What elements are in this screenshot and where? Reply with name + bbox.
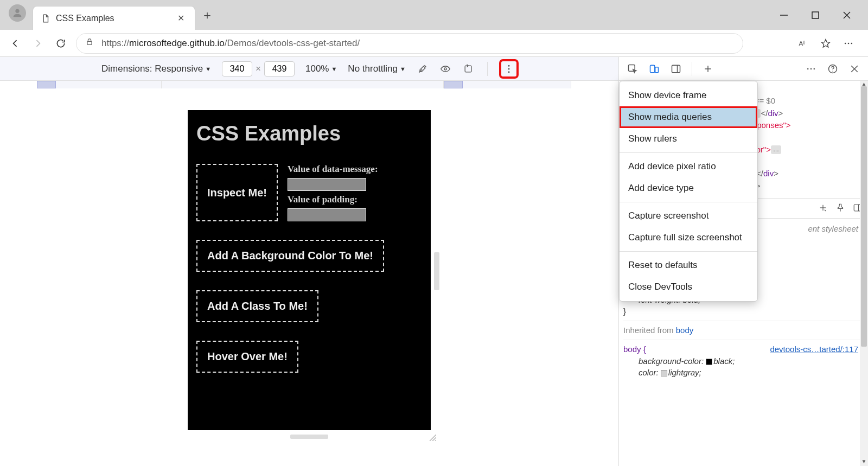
document-icon — [41, 14, 50, 23]
window-close-button[interactable] — [842, 10, 852, 20]
browser-titlebar: CSS Examples ✕ ＋ — [0, 0, 868, 30]
color-swatch-icon[interactable] — [706, 359, 712, 365]
viewport-resize-handle-corner[interactable] — [427, 432, 436, 441]
svg-point-15 — [508, 71, 509, 73]
svg-rect-19 — [629, 65, 635, 71]
styles-separator — [623, 340, 863, 340]
device-more-options-button[interactable] — [501, 61, 517, 77]
devtools-scrollbar[interactable]: ▲ ▼ — [860, 81, 868, 466]
svg-rect-5 — [87, 41, 92, 44]
breakpoints-ruler[interactable] — [37, 81, 618, 88]
viewport-resize-handle-right[interactable] — [434, 252, 439, 290]
page-title: CSS Examples — [196, 122, 422, 145]
address-bar: https://microsoftedge.github.io/Demos/de… — [0, 30, 868, 57]
new-tab-icon[interactable] — [700, 61, 716, 77]
toolbar-divider — [487, 62, 488, 76]
svg-point-30 — [832, 71, 833, 71]
add-bg-color-box[interactable]: Add A Background Color To Me! — [196, 240, 384, 272]
window-minimize-button[interactable] — [779, 10, 789, 20]
svg-point-11 — [444, 67, 446, 69]
eye-icon[interactable] — [439, 63, 451, 75]
svg-rect-21 — [655, 67, 659, 72]
menu-add-device-type[interactable]: Add device type — [620, 177, 757, 199]
dock-side-icon[interactable] — [668, 61, 684, 77]
window-maximize-button[interactable] — [810, 10, 820, 20]
menu-capture-full-screenshot[interactable]: Capture full size screenshot — [620, 227, 757, 248]
device-width-input[interactable] — [222, 61, 252, 76]
chevron-down-icon: ▼ — [331, 66, 337, 72]
svg-point-27 — [810, 68, 812, 69]
svg-point-10 — [851, 42, 853, 44]
data-message-input[interactable] — [288, 178, 366, 191]
favorite-icon[interactable] — [819, 37, 832, 50]
chevron-down-icon: ▼ — [205, 66, 211, 72]
svg-text:)): )) — [803, 40, 805, 44]
css-declaration[interactable]: color: lightgray; — [623, 367, 863, 379]
source-link[interactable]: devtools-cs…tarted/:117 — [770, 343, 858, 355]
scrollbar-down-arrow-icon[interactable]: ▼ — [860, 458, 868, 466]
menu-show-device-frame[interactable]: Show device frame — [620, 85, 757, 106]
device-emulation-pane: Dimensions: Responsive ▼ × 100% ▼ No thr… — [0, 57, 618, 466]
throttling-dropdown[interactable]: No throttling ▼ — [348, 63, 406, 74]
inspect-element-icon[interactable] — [624, 61, 641, 77]
device-height-input[interactable] — [264, 61, 295, 76]
hover-over-box[interactable]: Hover Over Me! — [196, 341, 298, 373]
nav-refresh-button[interactable] — [53, 36, 68, 51]
svg-rect-22 — [672, 65, 680, 72]
svg-line-35 — [825, 209, 826, 210]
menu-separator — [620, 251, 757, 252]
menu-add-device-pixel-ratio[interactable]: Add device pixel ratio — [620, 156, 757, 177]
menu-reset-to-defaults[interactable]: Reset to defaults — [620, 254, 757, 276]
menu-show-media-queries[interactable]: Show media queries — [620, 106, 757, 128]
browser-tab[interactable]: CSS Examples ✕ — [33, 6, 195, 30]
emulated-page: CSS Examples Inspect Me! Value of data-m… — [188, 110, 431, 430]
device-options-menu: Show device frame Show media queries Sho… — [619, 81, 758, 302]
zoom-dropdown[interactable]: 100% ▼ — [305, 63, 337, 74]
inherited-from-label: Inherited from body — [623, 324, 863, 336]
color-swatch-icon[interactable] — [661, 370, 667, 376]
styles-separator — [623, 321, 863, 321]
css-selector-body[interactable]: body { devtools-cs…tarted/:117 — [623, 343, 863, 355]
menu-separator — [620, 152, 757, 153]
toggle-device-emulation-icon[interactable] — [646, 61, 662, 77]
devtools-panel: Show device frame Show media queries Sho… — [618, 57, 868, 466]
lock-icon — [85, 37, 94, 49]
new-tab-button[interactable]: ＋ — [197, 7, 217, 23]
chevron-down-icon: ▼ — [400, 66, 406, 72]
menu-capture-screenshot[interactable]: Capture screenshot — [620, 205, 757, 227]
rotate-icon[interactable] — [462, 63, 474, 75]
url-field[interactable]: https://microsoftedge.github.io/Demos/de… — [76, 33, 743, 54]
inspect-me-box[interactable]: Inspect Me! — [196, 164, 278, 221]
tab-close-button[interactable]: ✕ — [174, 13, 187, 23]
menu-separator — [620, 202, 757, 202]
css-declaration[interactable]: background-color: black; — [623, 355, 863, 367]
devtools-toolbar — [619, 57, 868, 81]
add-class-box[interactable]: Add A Class To Me! — [196, 290, 318, 322]
svg-rect-20 — [650, 65, 655, 72]
padding-input[interactable] — [288, 208, 366, 221]
svg-rect-12 — [465, 66, 471, 72]
devtools-close-icon[interactable] — [846, 61, 863, 77]
svg-point-9 — [848, 42, 850, 44]
svg-line-18 — [435, 440, 436, 441]
viewport-resize-handle-bottom[interactable] — [290, 435, 328, 439]
menu-close-devtools[interactable]: Close DevTools — [620, 276, 757, 298]
nav-back-button[interactable] — [8, 36, 23, 51]
help-icon[interactable] — [825, 61, 841, 77]
menu-show-rulers[interactable]: Show rulers — [620, 128, 757, 150]
css-close-brace: } — [623, 305, 863, 317]
read-aloud-icon[interactable]: A)) — [796, 37, 809, 50]
device-dimensions: × — [222, 61, 295, 76]
pin-icon[interactable] — [835, 203, 845, 214]
new-style-rule-icon[interactable] — [818, 203, 828, 214]
device-viewport-area: CSS Examples Inspect Me! Value of data-m… — [0, 81, 618, 466]
value-padding-label: Value of padding: — [288, 194, 378, 205]
settings-more-icon[interactable] — [842, 37, 855, 50]
devtools-more-icon[interactable] — [803, 61, 819, 77]
nav-forward-button[interactable] — [30, 36, 46, 51]
scrollbar-thumb[interactable] — [861, 86, 867, 347]
eyedropper-icon[interactable] — [417, 63, 429, 75]
dimensions-dropdown[interactable]: Dimensions: Responsive ▼ — [101, 63, 211, 74]
profile-avatar[interactable] — [9, 4, 26, 22]
workspace: Dimensions: Responsive ▼ × 100% ▼ No thr… — [0, 57, 868, 466]
